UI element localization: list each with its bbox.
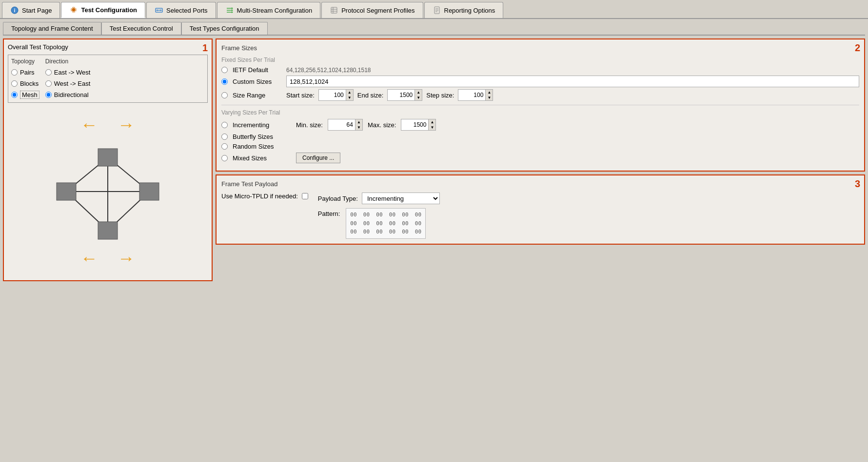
min-size-down[interactable]: ▼ [355, 125, 362, 130]
min-size-spinbox[interactable]: ▲ ▼ [328, 119, 363, 131]
start-size-up[interactable]: ▲ [346, 90, 353, 95]
radio-east-west[interactable]: East -> West [45, 69, 91, 76]
tab-protocol-segment[interactable]: Protocol Segment Profiles [321, 2, 423, 18]
bottom-left-arrow-icon: ← [80, 248, 98, 269]
end-size-btns: ▲ ▼ [414, 90, 422, 100]
max-size-btns: ▲ ▼ [428, 119, 435, 130]
custom-sizes-input[interactable] [286, 76, 859, 87]
blocks-label: Blocks [20, 80, 39, 87]
ietf-radio[interactable] [221, 67, 228, 73]
payload-type-label: Payload Type: [318, 195, 358, 202]
max-size-up[interactable]: ▲ [429, 119, 435, 125]
step-size-down[interactable]: ▼ [486, 95, 493, 100]
tab-test-configuration-label: Test Configuration [81, 6, 137, 14]
max-size-label: Max. size: [368, 121, 396, 129]
max-size-down[interactable]: ▼ [429, 125, 435, 130]
topology-label: Topology [11, 58, 39, 65]
end-size-label: End size: [357, 92, 383, 99]
butterfly-row: Butterfly Sizes [221, 133, 859, 140]
radio-pairs[interactable]: Pairs [11, 69, 39, 76]
start-size-spinbox[interactable]: ▲ ▼ [318, 89, 354, 101]
ietf-label: IETF Default [233, 66, 281, 74]
bottom-arrow-row: ← → [80, 248, 135, 269]
topology-col: Topology Pairs Blocks Mesh [11, 58, 39, 99]
end-size-input[interactable] [388, 90, 414, 100]
configure-button[interactable]: Configure ... [296, 153, 340, 163]
svg-marker-6 [156, 9, 158, 11]
max-size-input[interactable] [401, 119, 428, 130]
size-range-controls: Start size: ▲ ▼ End size: [286, 89, 493, 101]
tab-start-page[interactable]: i Start Page [2, 2, 60, 18]
tab-selected-ports-label: Selected Ports [166, 7, 208, 14]
size-range-row: Size Range Start size: ▲ ▼ End size: [221, 89, 859, 101]
size-range-label: Size Range [233, 92, 281, 99]
subtab-topology[interactable]: Topology and Frame Content [3, 22, 101, 35]
mixed-radio[interactable] [221, 155, 228, 161]
tab-selected-ports[interactable]: Selected Ports [146, 2, 216, 18]
protocol-icon [330, 6, 338, 15]
tab-bar: i Start Page Test Configuration Selected… [0, 0, 868, 19]
min-size-label: Min. size: [296, 121, 323, 129]
svg-rect-31 [98, 222, 118, 239]
random-radio[interactable] [221, 143, 228, 150]
micro-tpld-label: Use Micro-TPLD if needed: [221, 192, 298, 200]
size-range-radio[interactable] [221, 92, 228, 98]
payload-row: Use Micro-TPLD if needed: Payload Type: … [221, 192, 859, 239]
payload-left: Use Micro-TPLD if needed: [221, 192, 308, 200]
gear-icon [69, 5, 78, 14]
pattern-line-1: 00 00 00 00 00 00 [350, 211, 421, 219]
end-size-up[interactable]: ▲ [415, 90, 422, 95]
payload-type-select[interactable]: Incrementing Decrementing Random Fixed [362, 192, 440, 204]
payload-panel: 3 Frame Test Payload Use Micro-TPLD if n… [216, 174, 865, 245]
radio-bidirectional[interactable]: Bidirectional [45, 91, 91, 98]
tab-test-configuration[interactable]: Test Configuration [61, 2, 145, 18]
top-right-arrow-icon: → [118, 115, 135, 135]
tab-reporting[interactable]: Reporting Options [424, 2, 504, 18]
direction-label: Direction [45, 58, 91, 65]
radio-blocks[interactable]: Blocks [11, 80, 39, 87]
end-size-down[interactable]: ▼ [415, 95, 422, 100]
report-icon [433, 6, 441, 15]
micro-tpld-checkbox[interactable] [302, 193, 308, 199]
start-size-input[interactable] [319, 90, 346, 100]
radio-mesh[interactable]: Mesh [11, 91, 39, 98]
start-size-btns: ▲ ▼ [346, 90, 353, 100]
mesh-label: Mesh [20, 91, 39, 98]
topology-direction-row: Topology Pairs Blocks Mesh [11, 58, 204, 99]
random-row: Random Sizes [221, 143, 859, 150]
start-size-down[interactable]: ▼ [346, 95, 353, 100]
top-arrow-row: ← → [80, 115, 135, 135]
multistream-icon [225, 6, 234, 15]
butterfly-radio[interactable] [221, 134, 228, 140]
incrementing-radio[interactable] [221, 122, 228, 128]
mesh-topology-svg [39, 138, 176, 245]
radio-west-east[interactable]: West -> East [45, 80, 91, 87]
end-size-spinbox[interactable]: ▲ ▼ [387, 89, 422, 101]
step-size-input[interactable] [458, 90, 485, 100]
svg-marker-5 [160, 9, 162, 11]
panels-row: 1 Overall Test Topology Topology Pairs [3, 38, 865, 281]
subtab-test-types[interactable]: Test Types Configuration [181, 22, 268, 35]
svg-marker-8 [232, 7, 233, 9]
custom-sizes-row: Custom Sizes [221, 76, 859, 87]
right-panels: 2 Frame Sizes Fixed Sizes Per Trial IETF… [216, 38, 865, 281]
step-size-spinbox[interactable]: ▲ ▼ [458, 89, 493, 101]
payload-title: Frame Test Payload [221, 180, 859, 188]
min-size-input[interactable] [328, 119, 355, 130]
mesh-diagram: ← → [8, 107, 208, 276]
step-size-up[interactable]: ▲ [486, 90, 493, 95]
divider [221, 105, 859, 105]
custom-radio[interactable] [221, 78, 228, 85]
svg-marker-12 [232, 11, 233, 13]
pairs-label: Pairs [20, 69, 35, 76]
tab-start-page-label: Start Page [22, 7, 52, 14]
max-size-spinbox[interactable]: ▲ ▼ [401, 119, 436, 131]
incrementing-row: Incrementing Min. size: ▲ ▼ Max. size: ▲ [221, 119, 859, 131]
subtab-execution[interactable]: Test Execution Control [101, 22, 181, 35]
tab-multi-stream[interactable]: Multi-Stream Configuration [217, 2, 321, 18]
overall-test-topology-title: Overall Test Topology [8, 43, 208, 51]
left-panel: 1 Overall Test Topology Topology Pairs [3, 38, 213, 281]
start-size-label: Start size: [286, 92, 315, 99]
panel-number-3: 3 [855, 178, 860, 190]
min-size-up[interactable]: ▲ [355, 119, 362, 125]
